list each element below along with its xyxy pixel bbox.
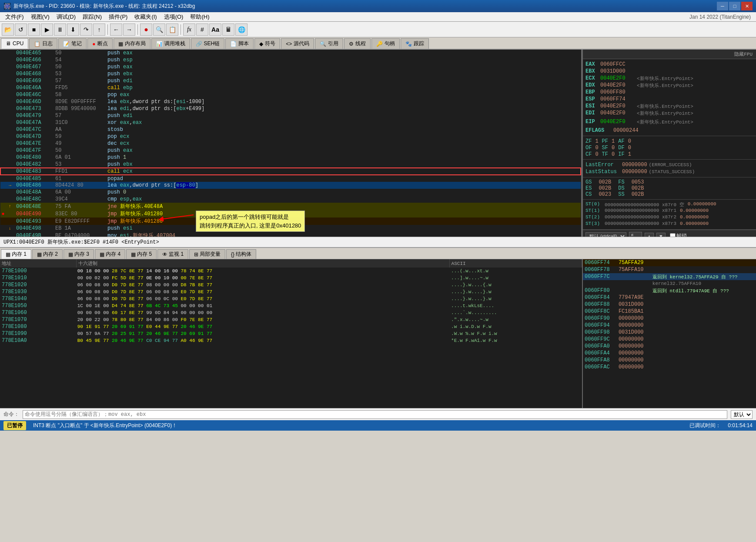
tab-trace[interactable]: 🐾 跟踪 [401, 38, 429, 49]
stack-row[interactable]: 0060FF88 0031D000 [583, 301, 756, 308]
code-container[interactable]: 0040E465 50 push eax 0040E466 54 push es… [0, 50, 581, 237]
stdcall-num-input[interactable] [629, 232, 642, 237]
stack-row[interactable]: 0060FF78 75AFFA10 [583, 266, 756, 273]
mem-tab-struct[interactable]: {} 结构体 [226, 249, 256, 259]
tb-run[interactable]: ▶ [41, 23, 53, 36]
mem-row[interactable]: 778E1010 00 00 02 00 FC 5D 8E 77 0E 00 1… [0, 274, 582, 281]
code-row[interactable]: ↓ 0040E498 EB 1A push esi [0, 225, 581, 232]
mem-tab-4[interactable]: ▦ 内存 4 [95, 249, 125, 259]
menu-file[interactable]: 文件(F) [2, 12, 27, 21]
code-row[interactable]: 0040E480 6A 01 push 1 [0, 154, 581, 161]
stack-row-selected[interactable]: 0060FF7C 返回到 kernel32.75AFFA29 自 ??? [583, 273, 756, 280]
stack-row[interactable]: 0060FF98 0031D000 [583, 329, 756, 336]
tab-notes[interactable]: 📝 笔记 [58, 38, 87, 49]
mem-row[interactable]: 778E1050 1C 00 1E 00 D4 74 8E 77 6B 4C 7… [0, 302, 582, 309]
unlock-button2[interactable]: ▼ [656, 233, 666, 237]
code-row[interactable]: 0040E467 50 push eax [0, 64, 581, 70]
close-button[interactable]: ✕ [741, 2, 753, 10]
tab-thread[interactable]: ⚙ 线程 [344, 38, 371, 49]
tb-open[interactable]: 📂 [2, 23, 14, 36]
code-row[interactable]: 0040E47A 31C0 xor eax,eax [0, 119, 581, 126]
cmd-input[interactable] [23, 410, 727, 419]
tab-seh[interactable]: 🔗 SEH链 [191, 38, 225, 49]
tab-callstack[interactable]: 📊 调用堆栈 [151, 38, 190, 49]
tb-bp[interactable]: ● [140, 23, 152, 36]
stack-row[interactable]: 0060FFA4 00000000 [583, 350, 756, 357]
stack-row-highlight[interactable]: 0060FF74 75AFFA29 [583, 259, 756, 266]
tb-font[interactable]: Aa [209, 23, 221, 36]
stack-row[interactable]: 0060FFA8 00000000 [583, 357, 756, 364]
menu-options[interactable]: 选项(O) [161, 12, 187, 21]
mem-tab-2[interactable]: ▦ 内存 2 [32, 249, 63, 259]
mem-tab-3[interactable]: ▦ 内存 3 [64, 249, 94, 259]
menu-help[interactable]: 帮助(H) [187, 12, 213, 21]
stack-row[interactable]: kernel32.75AFFA10 [583, 280, 756, 287]
mem-tab-1[interactable]: ▦ 内存 1 [1, 249, 31, 259]
tb-pause[interactable]: ⏸ [54, 23, 66, 36]
mem-tab-watch1[interactable]: 👁 监视 1 [157, 249, 188, 259]
code-row[interactable]: 0040E485 61 popad [0, 175, 581, 182]
menu-favorites[interactable]: 收藏夹(I) [131, 12, 160, 21]
stack-row[interactable]: 0060FF8C FC185BA1 [583, 308, 756, 315]
tab-log[interactable]: 📋 日志 [29, 38, 57, 49]
tab-cpu[interactable]: 🖥 CPU [1, 38, 28, 49]
code-row[interactable]: 0040E466 54 push esp [0, 57, 581, 64]
menu-trace[interactable]: 跟踪(N) [79, 12, 105, 21]
stack-row[interactable]: 0060FF84 77947A9E [583, 294, 756, 301]
code-row[interactable]: 0040E47F 50 push eax [0, 147, 581, 154]
stack-row[interactable]: 0060FF80 返回到 ntdll.77947A9E 自 ??? [583, 287, 756, 294]
stack-row[interactable]: 0060FFAC 00000000 [583, 364, 756, 371]
mem-row[interactable]: 778E1090 00 57 9A 77 20 25 91 77 20 46 9… [0, 330, 582, 337]
menu-plugins[interactable]: 插件(P) [105, 12, 131, 21]
tb-globe[interactable]: 🌐 [235, 23, 248, 36]
tb-stepinto[interactable]: ⬇ [67, 23, 79, 36]
mem-row[interactable]: 778E1000 00 18 00 00 28 7C 8E 77 14 00 1… [0, 268, 582, 274]
code-row[interactable]: 0040E465 50 push eax [0, 50, 581, 57]
mem-row[interactable]: 778E1070 20 00 22 00 78 80 8E 77 84 00 8… [0, 316, 582, 323]
tb-stop[interactable]: ■ [28, 23, 40, 36]
code-row[interactable]: 0040E483 FFD1 call ecx [0, 168, 581, 175]
code-row[interactable]: 0040E47E 49 dec ecx [0, 140, 581, 147]
tb-back[interactable]: ← [110, 23, 122, 36]
code-row[interactable]: 0040E493 E9 E82DFFFF jmp 新年快乐.401280 [0, 217, 581, 225]
mem-row[interactable]: 778E1030 06 00 08 00 D0 7D 8E 77 06 00 0… [0, 288, 582, 295]
tb-ref[interactable]: 📋 [166, 23, 178, 36]
tb-calc[interactable]: 🖩 [222, 23, 234, 36]
stack-row[interactable]: 0060FF9C 00000000 [583, 336, 756, 343]
code-row[interactable]: → 0040E486 8D4424 80 lea eax,dword ptr s… [0, 182, 581, 189]
tb-forward[interactable]: → [123, 23, 135, 36]
mem-row[interactable]: 778E1040 06 00 08 00 D0 7D 8E 77 06 00 0… [0, 295, 582, 302]
mem-tab-5[interactable]: ▦ 内存 5 [126, 249, 157, 259]
code-row[interactable]: ↑ 0040E48E 75 FA jne 新年快乐.40E48A [0, 203, 581, 210]
tb-stepout[interactable]: ↑ [93, 23, 105, 36]
code-row[interactable]: 0040E47C AA stosb [0, 126, 581, 133]
unlock-button[interactable]: ▲ [645, 233, 654, 237]
mem-row[interactable]: 778E1020 06 00 08 00 D0 7D 8E 77 08 00 0… [0, 281, 582, 288]
tb-restart[interactable]: ↺ [15, 23, 27, 36]
tab-handle[interactable]: 🔑 句柄 [371, 38, 400, 49]
mem-tab-locals[interactable]: ⊞ 局部变量 [189, 249, 225, 259]
tab-script[interactable]: 📄 脚本 [225, 38, 254, 49]
code-row[interactable]: 0040E48A 6A 00 push 0 [0, 189, 581, 196]
stack-row[interactable]: 0060FF90 00000000 [583, 315, 756, 322]
stack-row[interactable]: 0060FF94 00000000 [583, 322, 756, 329]
mem-row[interactable]: 778E10A0 B0 45 9E 77 20 46 9E 77 C0 CE 9… [0, 337, 582, 344]
tab-src[interactable]: <> 源代码 [281, 38, 314, 49]
code-row[interactable]: 0040E47D 59 pop ecx [0, 133, 581, 140]
code-row[interactable]: 0040E479 57 push edi [0, 112, 581, 119]
tb-fx[interactable]: fx [183, 23, 195, 36]
unlock-checkbox[interactable] [670, 233, 676, 237]
code-row[interactable]: 0040E468 53 push ebx [0, 70, 581, 77]
code-row[interactable]: 0040E48C 39C4 cmp esp,eax [0, 196, 581, 203]
maximize-button[interactable]: □ [729, 2, 740, 10]
tab-bp[interactable]: ● 断点 [87, 38, 112, 49]
code-row[interactable]: 0040E482 53 push ebx [0, 161, 581, 168]
mem-row[interactable]: 778E1060 00 00 00 00 60 17 8E 77 99 0D 8… [0, 309, 582, 316]
code-row[interactable]: 0040E473 8DBB 99E40000 lea edi,dword ptr… [0, 105, 581, 112]
code-row[interactable]: 0040E46C 58 pop eax [0, 91, 581, 98]
tb-hash[interactable]: # [196, 23, 208, 36]
menu-debug[interactable]: 调试(D) [53, 12, 79, 21]
code-row[interactable]: 0040E49B BE 04704000 mov esi,新年快乐.407004 [0, 232, 581, 237]
tab-memlayout[interactable]: ▦ 内存布局 [114, 38, 151, 49]
code-row[interactable]: 0040E469 57 push edi [0, 77, 581, 84]
